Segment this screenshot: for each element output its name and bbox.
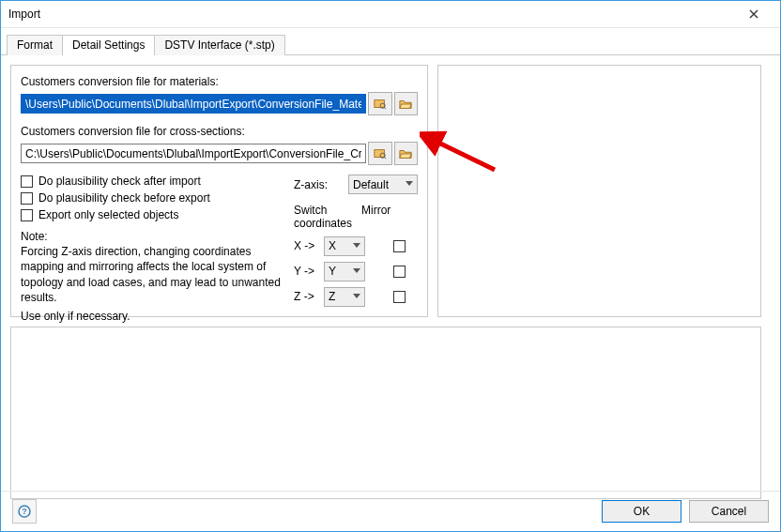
switch-coord-label: Switch coordinates <box>294 204 361 231</box>
axis-z-label: Z -> <box>294 290 324 303</box>
help-icon: ? <box>18 505 31 518</box>
note-head: Note: <box>21 230 48 243</box>
cross-sections-label: Customers conversion file for cross-sect… <box>21 125 418 138</box>
preview-panel <box>437 65 761 317</box>
tab-format[interactable]: Format <box>7 35 63 55</box>
materials-open-button[interactable] <box>394 92 419 115</box>
lookup-icon <box>374 147 387 160</box>
mirror-y-checkbox[interactable] <box>393 266 406 278</box>
bottom-panel <box>10 327 761 499</box>
cross-sections-open-button[interactable] <box>394 142 419 165</box>
materials-browse-button[interactable] <box>368 92 392 115</box>
folder-open-icon <box>399 147 412 160</box>
tab-detail-settings[interactable]: Detail Settings <box>62 35 155 55</box>
plaus-after-label: Do plausibility check after import <box>38 175 201 188</box>
mirror-x-checkbox[interactable] <box>393 240 406 252</box>
materials-path-input[interactable] <box>21 94 366 114</box>
axis-z-select[interactable]: Z <box>324 287 365 307</box>
note-body: Forcing Z-axis direction, changing coord… <box>21 245 281 304</box>
svg-text:?: ? <box>22 507 27 516</box>
axis-y-select[interactable]: Y <box>324 262 365 281</box>
folder-open-icon <box>399 98 412 111</box>
help-button[interactable]: ? <box>12 499 37 524</box>
materials-label: Customers conversion file for materials: <box>21 75 418 88</box>
tabs: Format Detail Settings DSTV Interface (*… <box>1 32 780 55</box>
chevron-down-icon <box>353 268 360 273</box>
export-selected-label: Export only selected objects <box>38 208 178 221</box>
export-selected-checkbox[interactable] <box>21 209 33 221</box>
mirror-label: Mirror <box>361 204 399 231</box>
plaus-before-label: Do plausibility check before export <box>38 191 210 205</box>
axis-x-select[interactable]: X <box>324 236 365 256</box>
window-title: Import <box>8 8 735 21</box>
zaxis-select[interactable]: Default <box>348 175 418 194</box>
plaus-before-checkbox[interactable] <box>21 192 33 205</box>
cross-sections-path-input[interactable] <box>21 144 366 163</box>
titlebar: Import <box>1 1 780 28</box>
chevron-down-icon <box>353 294 360 298</box>
tab-dstv-interface[interactable]: DSTV Interface (*.stp) <box>154 35 284 55</box>
axis-x-label: X -> <box>294 239 324 252</box>
cancel-button[interactable]: Cancel <box>689 500 769 523</box>
axis-y-label: Y -> <box>294 265 324 278</box>
close-button[interactable] <box>735 3 773 25</box>
settings-panel: Customers conversion file for materials:… <box>10 65 428 317</box>
import-dialog: Import Format Detail Settings DSTV Inter… <box>0 0 781 532</box>
cross-sections-browse-button[interactable] <box>368 142 392 165</box>
close-icon <box>749 9 758 19</box>
note-foot: Use only if necessary. <box>21 309 293 324</box>
zaxis-label: Z-axis: <box>294 178 348 191</box>
chevron-down-icon <box>353 243 360 248</box>
plaus-after-checkbox[interactable] <box>21 175 33 188</box>
mirror-z-checkbox[interactable] <box>393 291 406 303</box>
chevron-down-icon <box>406 181 413 186</box>
ok-button[interactable]: OK <box>602 500 681 523</box>
lookup-icon <box>374 98 387 111</box>
